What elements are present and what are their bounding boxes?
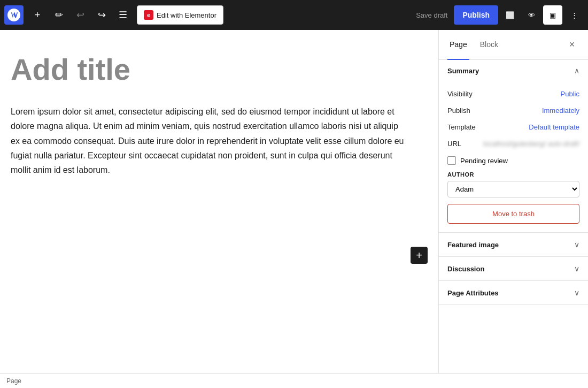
sidebar: Page Block × Summary ∧ Visibility Public… bbox=[438, 30, 588, 373]
discussion-section: Discussion ∨ bbox=[439, 257, 588, 281]
add-block-button[interactable]: + bbox=[411, 247, 428, 264]
featured-image-title: Featured image bbox=[447, 241, 499, 249]
visibility-value[interactable]: Public bbox=[561, 90, 579, 98]
template-label: Template bbox=[447, 123, 476, 131]
discussion-header[interactable]: Discussion ∨ bbox=[439, 257, 588, 280]
template-row: Template Default template bbox=[447, 119, 579, 135]
summary-section: Summary ∧ Visibility Public Publish Imme… bbox=[439, 60, 588, 233]
url-value[interactable]: localhost/gutenberg/ auto-draft/ bbox=[483, 140, 579, 148]
toolbar: + ✏ ↩ ↪ ☰ e Edit with Elementor Save dra… bbox=[0, 0, 588, 30]
main-area: Add title Lorem ipsum dolor sit amet, co… bbox=[0, 30, 588, 373]
redo-icon: ↪ bbox=[98, 9, 106, 21]
pencil-icon: ✏ bbox=[55, 9, 63, 21]
post-title-input[interactable]: Add title bbox=[11, 51, 406, 87]
edit-tool-button[interactable]: ✏ bbox=[49, 5, 68, 25]
summary-chevron-icon: ∧ bbox=[574, 66, 579, 75]
plus-icon: + bbox=[35, 10, 41, 21]
summary-body: Visibility Public Publish Immediately Te… bbox=[439, 81, 588, 232]
pending-review-checkbox[interactable] bbox=[447, 156, 456, 165]
discussion-title: Discussion bbox=[447, 265, 484, 273]
add-block-toolbar-button[interactable]: + bbox=[28, 5, 47, 25]
undo-icon: ↩ bbox=[76, 9, 84, 21]
page-attributes-section: Page Attributes ∨ bbox=[439, 281, 588, 305]
discussion-chevron-icon: ∨ bbox=[574, 264, 579, 273]
eye-icon: 👁 bbox=[528, 11, 535, 19]
publish-row: Publish Immediately bbox=[447, 102, 579, 119]
plus-icon-block: + bbox=[416, 249, 422, 262]
template-value[interactable]: Default template bbox=[529, 123, 579, 131]
more-options-button[interactable]: ⋮ bbox=[564, 5, 584, 25]
redo-button[interactable]: ↪ bbox=[92, 5, 111, 25]
settings-toggle-button[interactable]: ▣ bbox=[543, 5, 562, 25]
undo-button[interactable]: ↩ bbox=[71, 5, 90, 25]
page-attributes-header[interactable]: Page Attributes ∨ bbox=[439, 281, 588, 305]
preview-button[interactable]: ⬜ bbox=[500, 5, 520, 25]
featured-image-section: Featured image ∨ bbox=[439, 233, 588, 257]
content-paragraph[interactable]: Lorem ipsum dolor sit amet, consectetur … bbox=[11, 104, 406, 177]
editor-area[interactable]: Add title Lorem ipsum dolor sit amet, co… bbox=[0, 30, 438, 373]
author-select[interactable]: Adam bbox=[447, 181, 579, 197]
monitor-icon: ⬜ bbox=[506, 11, 515, 19]
elementor-button-label: Edit with Elementor bbox=[157, 11, 216, 19]
elementor-icon: e bbox=[144, 10, 153, 20]
settings-icon: ▣ bbox=[550, 11, 556, 19]
list-view-button[interactable]: ☰ bbox=[113, 5, 133, 25]
ellipsis-icon: ⋮ bbox=[571, 11, 578, 19]
publish-button[interactable]: Publish bbox=[454, 5, 498, 25]
edit-with-elementor-button[interactable]: e Edit with Elementor bbox=[137, 5, 223, 25]
summary-title: Summary bbox=[447, 67, 479, 75]
page-attributes-title: Page Attributes bbox=[447, 289, 499, 297]
move-to-trash-button[interactable]: Move to trash bbox=[447, 204, 579, 224]
pending-review-label: Pending review bbox=[460, 157, 508, 165]
summary-section-header[interactable]: Summary ∧ bbox=[439, 60, 588, 81]
sidebar-close-button[interactable]: × bbox=[564, 37, 579, 52]
publish-value[interactable]: Immediately bbox=[542, 106, 579, 115]
url-row: URL localhost/gutenberg/ auto-draft/ bbox=[447, 135, 579, 152]
tab-page[interactable]: Page bbox=[447, 30, 469, 60]
publish-label: Publish bbox=[447, 106, 470, 115]
status-bar: Page bbox=[0, 373, 588, 388]
author-section-label: AUTHOR bbox=[447, 169, 579, 178]
visibility-label: Visibility bbox=[447, 90, 473, 98]
pending-review-row: Pending review bbox=[447, 152, 579, 169]
page-attributes-chevron-icon: ∨ bbox=[574, 288, 579, 297]
sidebar-header: Page Block × bbox=[439, 30, 588, 60]
save-draft-button[interactable]: Save draft bbox=[412, 11, 452, 19]
list-icon: ☰ bbox=[119, 9, 127, 21]
visibility-row: Visibility Public bbox=[447, 86, 579, 102]
wp-logo bbox=[4, 5, 24, 25]
post-content[interactable]: Lorem ipsum dolor sit amet, consectetur … bbox=[11, 104, 406, 177]
post-preview-button[interactable]: 👁 bbox=[522, 5, 541, 25]
url-label: URL bbox=[447, 140, 461, 148]
featured-image-header[interactable]: Featured image ∨ bbox=[439, 233, 588, 256]
featured-image-chevron-icon: ∨ bbox=[574, 240, 579, 249]
status-label: Page bbox=[6, 377, 21, 385]
tab-block[interactable]: Block bbox=[478, 30, 500, 60]
